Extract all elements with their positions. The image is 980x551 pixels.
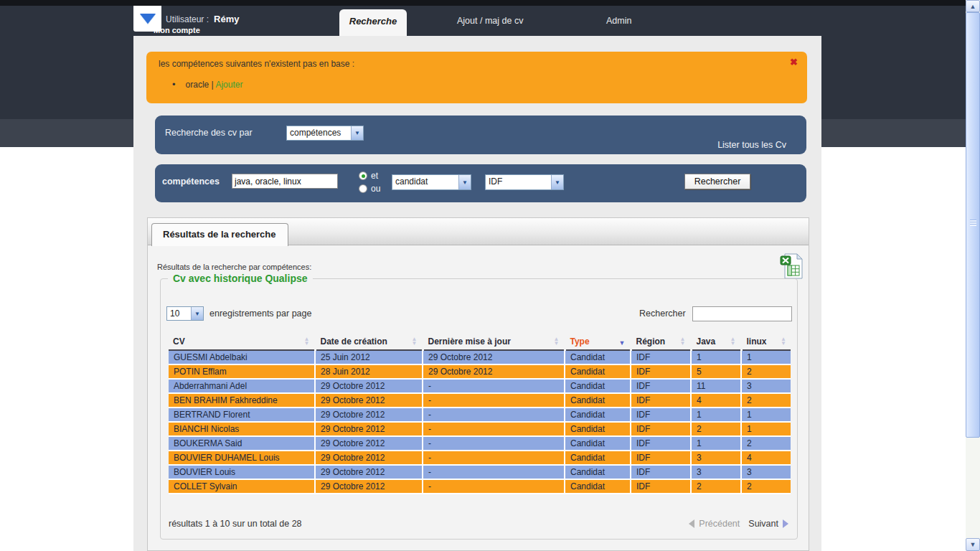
table-cell: 3 — [691, 451, 741, 465]
sort-both-icon[interactable]: ▲▼ — [554, 337, 560, 346]
table-row[interactable]: BEN BRAHIM Fakhreddine29 Octobre 2012-Ca… — [169, 393, 791, 408]
table-cell: Candidat — [565, 350, 631, 364]
table-cell: COLLET Sylvain — [169, 479, 315, 494]
page-size-value: 10 — [167, 307, 179, 320]
column-header-r-gion[interactable]: Région▲▼ — [631, 336, 691, 350]
sort-both-icon[interactable]: ▲▼ — [781, 337, 786, 346]
radio-unselected-icon[interactable] — [359, 184, 367, 193]
table-cell: Candidat — [565, 465, 631, 479]
previous-arrow-icon[interactable] — [689, 519, 694, 528]
column-header-linux[interactable]: linux▲▼ — [741, 336, 791, 350]
table-cell: IDF — [631, 393, 691, 408]
user-label: Utilisateur : — [166, 14, 209, 24]
table-cell: IDF — [631, 465, 691, 479]
table-row[interactable]: BOUVIER DUHAMEL Louis29 Octobre 2012-Can… — [169, 451, 791, 465]
column-label: Région — [636, 336, 666, 347]
table-cell: 1 — [741, 350, 791, 364]
table-cell: IDF — [631, 451, 691, 465]
search-type-bar: Recherche des cv par compétences ▼ Liste… — [155, 116, 806, 154]
table-cell: 2 — [741, 479, 791, 494]
table-cell: Candidat — [565, 408, 631, 422]
alert-missing-skill-row: •oracle | Ajouter — [172, 79, 242, 90]
user-name: Rémy — [214, 14, 239, 24]
tab-recherche[interactable]: Recherche — [339, 9, 407, 36]
table-cell: Candidat — [565, 379, 631, 393]
column-header-type[interactable]: Type▼ — [565, 336, 631, 350]
column-label: linux — [747, 336, 767, 347]
table-row[interactable]: BIANCHI Nicolas29 Octobre 2012-CandidatI… — [169, 422, 791, 436]
table-cell: 29 Octobre 2012 — [423, 364, 565, 379]
table-cell: Candidat — [565, 479, 631, 494]
table-row[interactable]: BOUKERMA Said29 Octobre 2012-CandidatIDF… — [169, 436, 791, 451]
previous-button[interactable]: Précédent — [699, 519, 740, 529]
table-cell: IDF — [631, 364, 691, 379]
region-select[interactable]: IDF ▼ — [485, 174, 564, 190]
next-button[interactable]: Suivant — [748, 519, 778, 529]
excel-export-icon[interactable] — [780, 253, 803, 279]
table-cell: - — [423, 436, 565, 451]
table-cell: 5 — [691, 364, 741, 379]
table-row[interactable]: POTIN Efflam28 Juin 201229 Octobre 2012C… — [169, 364, 791, 379]
sort-both-icon[interactable]: ▲▼ — [304, 337, 310, 346]
user-info: Utilisateur :Rémy — [166, 14, 239, 24]
missing-skill-name: oracle — [186, 80, 209, 90]
table-row[interactable]: GUESMI Abdelbaki25 Juin 201229 Octobre 2… — [169, 350, 791, 364]
table-cell: - — [423, 479, 565, 494]
search-button[interactable]: Rechercher — [684, 174, 750, 189]
radio-or-label: ou — [371, 184, 380, 194]
candidate-type-select[interactable]: candidat ▼ — [392, 174, 471, 190]
table-cell: 4 — [741, 451, 791, 465]
table-cell: 1 — [691, 408, 741, 422]
column-header-date-de-cr-ation[interactable]: Date de création▲▼ — [315, 336, 423, 350]
radio-selected-icon[interactable] — [359, 171, 367, 180]
table-row[interactable]: BERTRAND Florent29 Octobre 2012-Candidat… — [169, 408, 791, 422]
scroll-down-icon[interactable]: ▼ — [966, 538, 980, 551]
scrollbar-thumb[interactable] — [966, 12, 980, 438]
results-panel: Résultats de la recherche Résultats de l… — [147, 217, 809, 551]
missing-skills-alert: les compétences suivantes n'existent pas… — [146, 52, 807, 103]
radio-and-option[interactable]: et — [359, 171, 378, 181]
chevron-down-icon: ▼ — [551, 175, 563, 189]
table-cell: 11 — [691, 379, 741, 393]
skills-input[interactable] — [232, 174, 338, 189]
vertical-scrollbar[interactable]: ▲ ▼ — [966, 0, 980, 551]
cv-results-table: CV▲▼Date de création▲▼Dernière mise à jo… — [169, 336, 791, 494]
table-cell: Candidat — [565, 451, 631, 465]
table-cell: 29 Octobre 2012 — [315, 436, 423, 451]
next-arrow-icon[interactable] — [783, 519, 788, 528]
table-cell: POTIN Efflam — [169, 364, 315, 379]
table-filter-input[interactable] — [692, 306, 792, 321]
sort-desc-icon[interactable]: ▼ — [619, 340, 626, 347]
table-row[interactable]: BOUVIER Louis29 Octobre 2012-CandidatIDF… — [169, 465, 791, 479]
close-icon[interactable]: ✖ — [790, 57, 798, 67]
results-summary: résultats 1 à 10 sur un total de 28 — [169, 519, 302, 529]
my-account-link[interactable]: Mon compte — [154, 26, 200, 34]
column-header-derni-re-mise-jour[interactable]: Dernière mise à jour▲▼ — [423, 336, 565, 350]
tab-ajout-maj-cv[interactable]: Ajout / maj de cv — [457, 16, 523, 26]
sort-both-icon[interactable]: ▲▼ — [412, 337, 418, 346]
table-row[interactable]: COLLET Sylvain29 Octobre 2012-CandidatID… — [169, 479, 791, 494]
search-type-select[interactable]: compétences ▼ — [286, 126, 364, 141]
column-header-cv[interactable]: CV▲▼ — [169, 336, 315, 350]
column-header-java[interactable]: Java▲▼ — [691, 336, 741, 350]
table-header[interactable]: CV▲▼Date de création▲▼Dernière mise à jo… — [169, 336, 791, 350]
top-strip — [0, 0, 980, 6]
add-skill-link[interactable]: Ajouter — [215, 80, 242, 90]
sort-both-icon[interactable]: ▲▼ — [680, 337, 686, 346]
table-cell: 2 — [741, 364, 791, 379]
table-body[interactable]: GUESMI Abdelbaki25 Juin 201229 Octobre 2… — [169, 350, 791, 494]
table-cell: Candidat — [565, 364, 631, 379]
tab-resultats-recherche[interactable]: Résultats de la recherche — [151, 223, 288, 246]
radio-or-option[interactable]: ou — [359, 184, 380, 194]
page-size-label: enregistrements par page — [209, 309, 311, 319]
table-cell: 29 Octobre 2012 — [423, 350, 565, 364]
page-size-select[interactable]: 10 ▼ — [166, 306, 204, 321]
tab-admin[interactable]: Admin — [606, 16, 631, 26]
table-filter-label: Rechercher — [639, 309, 686, 319]
separator: | — [212, 80, 214, 90]
radio-and-label: et — [371, 171, 378, 181]
table-row[interactable]: Abderrahmani Adel29 Octobre 2012-Candida… — [169, 379, 791, 393]
list-all-cv-link[interactable]: Lister tous les Cv — [717, 140, 786, 150]
sort-both-icon[interactable]: ▲▼ — [730, 337, 736, 346]
scroll-up-icon[interactable]: ▲ — [966, 0, 980, 12]
